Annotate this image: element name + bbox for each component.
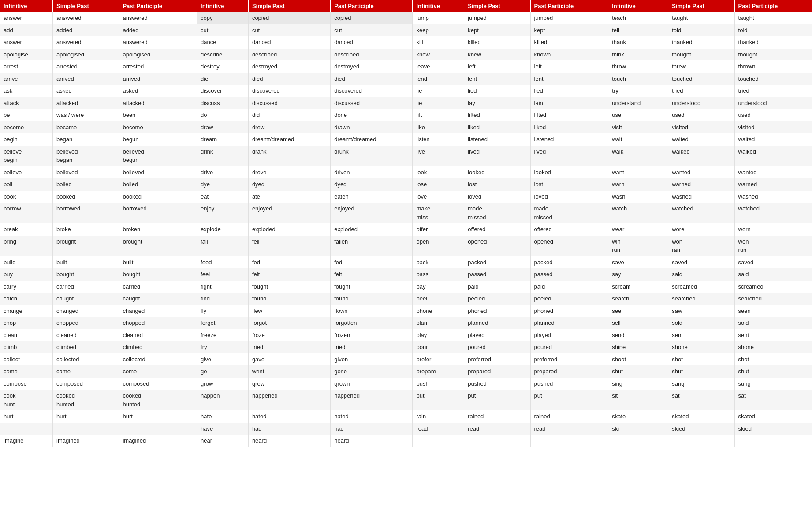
table-row: bewas / werebeendodiddoneliftliftedlifte… <box>0 109 812 121</box>
table-cell: preferred <box>464 353 530 366</box>
table-cell: sing <box>608 378 668 390</box>
table-cell <box>608 435 668 447</box>
table-cell <box>119 423 197 435</box>
table-cell: love <box>413 191 464 203</box>
column-header-6: Infinitive <box>413 0 464 12</box>
table-cell: waited <box>734 133 812 146</box>
table-cell: fought <box>248 281 330 293</box>
table-cell: describe <box>197 49 249 61</box>
table-cell: collect <box>0 353 53 366</box>
table-cell: sat <box>668 390 734 410</box>
column-header-0: Infinitive <box>0 0 53 12</box>
table-row: apologiseapologisedapologiseddescribedes… <box>0 49 812 61</box>
table-cell <box>53 423 119 435</box>
table-cell: forget <box>197 317 249 329</box>
table-cell: froze <box>248 329 330 342</box>
table-cell: dye <box>197 178 249 191</box>
table-cell: thought <box>668 49 734 61</box>
table-cell: worn <box>734 223 812 236</box>
table-cell: read <box>464 423 530 435</box>
table-cell: shot <box>668 353 734 366</box>
table-cell: arrived <box>53 73 119 85</box>
table-cell <box>734 435 812 447</box>
table-cell: borrow <box>0 203 53 223</box>
table-cell: danced <box>248 36 330 49</box>
table-cell: shine <box>608 341 668 353</box>
table-cell: heard <box>331 435 413 447</box>
table-cell: fought <box>331 281 413 293</box>
table-cell: arrive <box>0 73 53 85</box>
table-row: comecamecomegowentgonepreparepreparedpre… <box>0 365 812 378</box>
table-cell: told <box>668 24 734 37</box>
table-cell: planned <box>464 317 530 329</box>
table-cell: composed <box>119 378 197 390</box>
table-cell: skated <box>734 410 812 423</box>
table-cell: built <box>119 256 197 269</box>
table-cell: died <box>248 73 330 85</box>
table-row: addaddedaddedcutcutcutkeepkeptkepttellto… <box>0 24 812 37</box>
table-cell: cooked hunted <box>53 390 119 410</box>
table-cell: do <box>197 109 249 121</box>
table-cell: lie <box>413 85 464 97</box>
table-cell: walked <box>734 146 812 166</box>
table-row: attackattackedattackeddiscussdiscusseddi… <box>0 97 812 109</box>
table-cell: phoned <box>464 305 530 317</box>
table-cell: described <box>331 49 413 61</box>
column-header-8: Past Participle <box>530 0 608 12</box>
table-cell: booked <box>119 191 197 203</box>
table-cell: fly <box>197 305 249 317</box>
table-cell: hurt <box>119 410 197 423</box>
table-cell: tried <box>734 85 812 97</box>
table-cell: enjoyed <box>248 203 330 223</box>
table-cell: keep <box>413 24 464 37</box>
table-cell: skied <box>734 423 812 435</box>
table-cell: prepared <box>530 365 608 378</box>
table-cell: grew <box>248 378 330 390</box>
table-cell: lift <box>413 109 464 121</box>
table-cell: driven <box>331 166 413 179</box>
table-cell: chopped <box>119 317 197 329</box>
table-cell: use <box>608 109 668 121</box>
table-cell: read <box>413 423 464 435</box>
table-cell: passed <box>464 268 530 281</box>
table-cell: lost <box>530 178 608 191</box>
table-cell: catch <box>0 293 53 305</box>
table-cell: pushed <box>530 378 608 390</box>
table-cell: rained <box>464 410 530 423</box>
table-cell: feed <box>197 256 249 269</box>
table-cell: fed <box>248 256 330 269</box>
column-header-1: Simple Past <box>53 0 119 12</box>
table-cell: thanked <box>734 36 812 49</box>
table-cell: cut <box>197 24 249 37</box>
table-cell: looked <box>464 166 530 179</box>
table-cell: enjoyed <box>331 203 413 223</box>
table-cell: put <box>464 390 530 410</box>
table-cell: destroy <box>197 60 249 73</box>
table-cell: answered <box>119 36 197 49</box>
table-cell: shut <box>668 365 734 378</box>
table-cell: understood <box>668 97 734 109</box>
table-row: bookbookedbookedeatateeatenlovelovedlove… <box>0 191 812 203</box>
table-cell: push <box>413 378 464 390</box>
table-cell: saved <box>734 256 812 269</box>
table-cell: prepare <box>413 365 464 378</box>
table-cell: played <box>530 329 608 342</box>
table-cell: killed <box>530 36 608 49</box>
table-cell: said <box>734 268 812 281</box>
table-cell: rained <box>530 410 608 423</box>
table-row: climbclimbedclimbedfryfriedfriedpourpour… <box>0 341 812 353</box>
table-cell: eat <box>197 191 249 203</box>
table-cell: compose <box>0 378 53 390</box>
table-cell: boil <box>0 178 53 191</box>
table-cell: left <box>464 60 530 73</box>
table-cell: felt <box>248 268 330 281</box>
table-cell: plan <box>413 317 464 329</box>
table-cell: believed <box>119 166 197 179</box>
table-cell: destroyed <box>248 60 330 73</box>
table-cell: dyed <box>331 178 413 191</box>
table-cell: came <box>53 365 119 378</box>
table-cell: pack <box>413 256 464 269</box>
table-cell: jumped <box>530 12 608 24</box>
table-cell: hear <box>197 435 249 447</box>
table-cell: believe <box>0 166 53 179</box>
